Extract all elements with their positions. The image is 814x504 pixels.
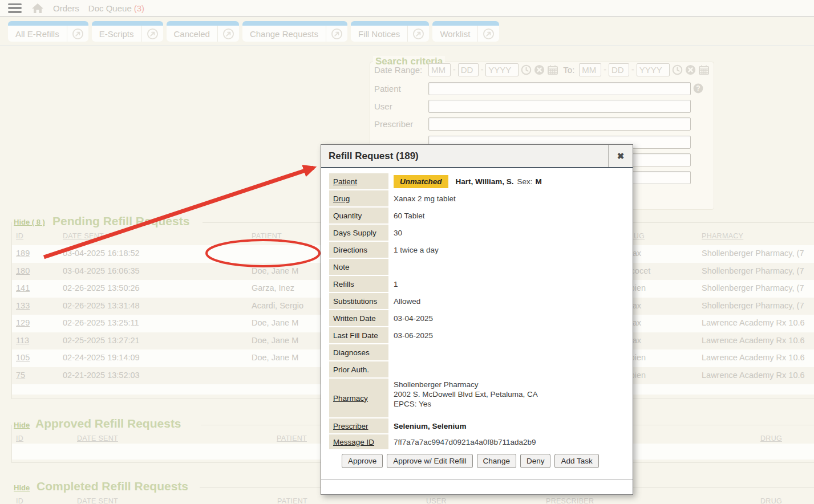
patient-row: Patient Unmatched Hart, William, S. Sex:… [329, 173, 625, 189]
approved-col-drug[interactable]: DRUG [760, 434, 782, 442]
pending-row-id-link[interactable]: 133 [16, 301, 30, 310]
date-range-label: Date Range: [374, 65, 422, 75]
completed-col-date-sent[interactable]: DATE SENT [77, 497, 118, 504]
tab-item[interactable]: Fill Notices [351, 21, 429, 42]
dialog-footer-divider [321, 479, 633, 479]
hamburger-menu-icon[interactable] [8, 3, 22, 13]
prescriber-label-link[interactable]: Prescriber [329, 418, 388, 433]
pending-row-id-link[interactable]: 189 [16, 249, 30, 258]
pending-row-date: 03-04-2025 16:18:52 [63, 249, 140, 258]
unmatched-badge: Unmatched [394, 175, 448, 188]
detail-label: Substitutions [329, 293, 388, 309]
detail-row: Written Date 03-04-2025 [329, 310, 625, 326]
pharmacy-row: Pharmacy Shollenberger Pharmacy2002 S. M… [329, 379, 625, 417]
detail-value: 03-06-2025 [394, 327, 433, 343]
home-icon[interactable] [31, 3, 44, 14]
detail-value: 60 Tablet [394, 208, 425, 223]
time-picker-icon[interactable] [672, 64, 683, 75]
date-from-day-input[interactable] [458, 63, 479, 76]
pending-col-date-sent[interactable]: DATE SENT [63, 232, 104, 240]
patient-label-link[interactable]: Patient [329, 173, 388, 189]
detail-row: Days Supply 30 [329, 225, 625, 241]
open-new-window-icon [72, 28, 84, 40]
completed-col-patient[interactable]: PATIENT [277, 497, 307, 504]
tab-item[interactable]: E-Scripts [92, 21, 163, 42]
pending-row-patient: Doe, Jane M [252, 266, 298, 275]
nav-doc-queue-label: Doc Queue [88, 3, 132, 13]
time-picker-icon[interactable] [521, 64, 532, 75]
dialog-action-button[interactable]: Approve [342, 454, 383, 468]
patient-search-label: Patient [374, 84, 401, 94]
tab-active-strip [432, 21, 499, 26]
prescriber-search-input[interactable] [428, 117, 691, 131]
pending-row-date: 02-26-2025 13:31:48 [63, 301, 140, 310]
approved-col-date-sent[interactable]: DATE SENT [77, 434, 118, 442]
date-from-month-input[interactable] [428, 63, 451, 76]
tab-item[interactable]: Worklist [432, 21, 499, 42]
approved-col-patient[interactable]: PATIENT [277, 434, 307, 442]
tab-item[interactable]: Canceled [167, 21, 239, 42]
pending-row-id-link[interactable]: 180 [16, 266, 30, 275]
date-from-year-input[interactable] [485, 63, 519, 76]
pending-row-patient: Doe, Jane M [252, 336, 298, 345]
detail-label: Days Supply [329, 225, 388, 241]
date-to-day-input[interactable] [609, 63, 629, 76]
pending-row-id-link[interactable]: 113 [16, 336, 29, 345]
pending-row-id-link[interactable]: 75 [16, 371, 25, 380]
tab-label: Canceled [167, 29, 217, 39]
tab-open-new-button[interactable] [477, 26, 499, 42]
pending-row-patient: Doe, Jane M [252, 318, 298, 327]
prescriber-value: Selenium, Selenium [394, 418, 467, 433]
pending-col-pharmacy[interactable]: PHARMACY [702, 232, 743, 240]
top-nav-bar: Orders Doc Queue(3) [0, 0, 814, 17]
completed-col-user[interactable]: USER [426, 497, 447, 504]
tab-item[interactable]: All E-Refills [8, 21, 88, 42]
dialog-action-button[interactable]: Deny [520, 454, 551, 468]
pending-row-patient: Acardi, Sergio [252, 301, 303, 310]
detail-value: 30 [394, 225, 402, 241]
detail-label: Quantity [329, 208, 388, 223]
drug-label-link[interactable]: Drug [329, 190, 388, 206]
pending-row-id-link[interactable]: 141 [16, 283, 30, 292]
approved-col-id[interactable]: ID [16, 434, 23, 442]
clear-date-icon[interactable] [685, 64, 696, 75]
patient-search-input[interactable] [428, 82, 691, 95]
pending-row-id-link[interactable]: 129 [16, 318, 30, 327]
pending-col-patient[interactable]: PATIENT [252, 232, 282, 240]
completed-col-drug[interactable]: DRUG [760, 497, 782, 504]
tab-item[interactable]: Change Requests [242, 21, 347, 42]
dialog-action-button[interactable]: Change [477, 454, 516, 468]
completed-col-id[interactable]: ID [16, 497, 23, 504]
nav-doc-queue[interactable]: Doc Queue(3) [88, 3, 144, 13]
drug-row: Drug Xanax 2 mg tablet [329, 190, 625, 206]
detail-label: Diagnoses [329, 344, 388, 360]
tab-open-new-button[interactable] [407, 26, 429, 42]
date-separator: - [604, 65, 606, 74]
tab-active-strip [92, 21, 163, 26]
pending-row-patient: Garza, Inez [252, 283, 294, 292]
dialog-action-button[interactable]: Approve w/ Edit Refill [387, 454, 472, 468]
pharmacy-label-link[interactable]: Pharmacy [329, 379, 388, 417]
pending-col-id[interactable]: ID [16, 232, 23, 240]
tab-open-new-button[interactable] [141, 26, 163, 42]
clear-date-icon[interactable] [534, 64, 545, 75]
nav-orders[interactable]: Orders [53, 3, 79, 13]
user-search-input[interactable] [428, 100, 691, 113]
tab-open-new-button[interactable] [326, 26, 347, 42]
message-id-label-link[interactable]: Message ID [329, 434, 388, 449]
open-new-window-icon [331, 28, 343, 40]
patient-help-icon[interactable]: ? [693, 83, 703, 94]
completed-col-prescriber[interactable]: PRESCRIBER [546, 497, 594, 504]
tab-open-new-button[interactable] [67, 26, 88, 42]
calendar-icon[interactable] [698, 64, 710, 75]
dialog-close-button[interactable]: ✖ [608, 145, 633, 167]
calendar-icon[interactable] [547, 64, 558, 75]
pending-row-date: 02-24-2025 19:14:09 [63, 353, 140, 362]
date-to-month-input[interactable] [579, 63, 601, 76]
tab-open-new-button[interactable] [217, 26, 239, 42]
dialog-action-button[interactable]: Add Task [554, 454, 598, 468]
completed-hide-link[interactable]: Hide [14, 483, 30, 492]
detail-row: Directions 1 twice a day [329, 242, 625, 258]
date-to-year-input[interactable] [637, 63, 670, 76]
pending-row-id-link[interactable]: 105 [16, 353, 30, 362]
